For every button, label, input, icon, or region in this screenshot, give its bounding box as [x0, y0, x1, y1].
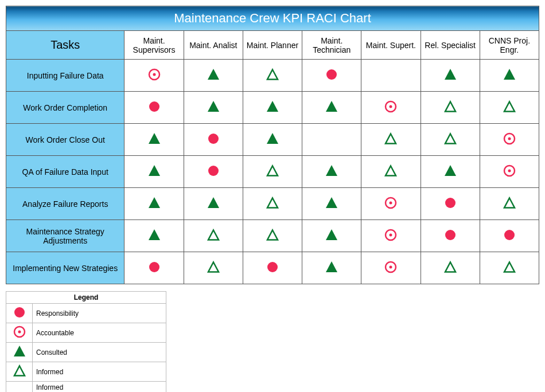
svg-point-16	[208, 134, 219, 144]
raci-c-icon	[184, 60, 243, 92]
svg-point-54	[14, 307, 25, 317]
raci-c-icon	[302, 92, 361, 124]
raci-c-icon	[124, 220, 184, 252]
svg-point-56	[18, 331, 21, 334]
raci-i-icon	[421, 92, 480, 124]
legend-label: Informed	[33, 362, 166, 382]
raci-c-icon	[184, 92, 243, 124]
role-header: Maint. Planner	[243, 31, 302, 60]
raci-c-icon	[421, 60, 480, 92]
svg-marker-47	[208, 262, 219, 272]
svg-marker-24	[267, 166, 278, 175]
svg-marker-5	[445, 69, 456, 80]
svg-marker-22	[149, 165, 160, 176]
raci-r-icon	[302, 60, 361, 92]
raci-empty	[302, 124, 361, 156]
svg-point-46	[149, 262, 159, 272]
legend-label: Consulted	[33, 343, 166, 362]
role-header: Maint. Supert.	[361, 31, 421, 60]
task-name: Work Order Close Out	[6, 124, 124, 156]
svg-marker-58	[14, 366, 25, 376]
svg-marker-52	[445, 262, 456, 272]
raci-c-icon	[302, 156, 361, 188]
svg-marker-30	[149, 197, 160, 208]
svg-point-48	[267, 262, 278, 272]
raci-i-icon	[480, 188, 539, 220]
legend-empty-icon	[6, 382, 33, 393]
tasks-header: Tasks	[6, 31, 124, 60]
svg-point-44	[445, 230, 456, 240]
svg-point-12	[390, 105, 392, 108]
raci-i-icon	[361, 156, 421, 188]
svg-point-21	[508, 137, 511, 140]
task-name: Analyze Failure Reports	[6, 188, 124, 220]
svg-marker-26	[386, 166, 396, 175]
legend-row: Consulted	[6, 343, 166, 362]
svg-marker-39	[208, 230, 219, 240]
raci-i-icon	[480, 252, 539, 284]
raci-i-icon	[184, 220, 243, 252]
raci-a-icon	[361, 188, 421, 220]
raci-empty	[361, 60, 421, 92]
raci-r-icon	[184, 124, 243, 156]
legend-r-icon	[6, 304, 33, 323]
raci-c-icon	[480, 60, 539, 92]
raci-r-icon	[184, 156, 243, 188]
chart-title: Maintenance Crew KPI RACI Chart	[6, 6, 539, 31]
task-row: Maintenance Strategy Adjustments	[6, 220, 539, 252]
svg-point-4	[326, 69, 337, 80]
raci-c-icon	[124, 156, 184, 188]
task-row: QA of Failure Data Input	[6, 156, 539, 188]
raci-a-icon	[361, 252, 421, 284]
task-row: Analyze Failure Reports	[6, 188, 539, 220]
svg-marker-57	[14, 346, 25, 356]
svg-point-1	[153, 73, 155, 76]
svg-marker-18	[386, 134, 396, 143]
legend-i-icon	[6, 362, 33, 382]
raci-c-icon	[243, 92, 302, 124]
raci-i-icon	[243, 156, 302, 188]
raci-chart-table: Maintenance Crew KPI RACI Chart Tasks Ma…	[6, 6, 539, 284]
raci-c-icon	[124, 124, 184, 156]
svg-marker-27	[445, 165, 456, 176]
legend-c-icon	[6, 343, 33, 362]
raci-r-icon	[243, 252, 302, 284]
svg-marker-41	[326, 229, 337, 240]
raci-i-icon	[361, 124, 421, 156]
role-header: Maint. Technician	[302, 31, 361, 60]
svg-marker-32	[267, 198, 278, 207]
raci-c-icon	[184, 188, 243, 220]
raci-i-icon	[243, 220, 302, 252]
svg-marker-14	[504, 101, 515, 111]
svg-marker-53	[504, 262, 515, 272]
legend-a-icon	[6, 323, 33, 343]
svg-point-43	[390, 233, 392, 236]
raci-a-icon	[361, 92, 421, 124]
svg-marker-40	[267, 230, 278, 240]
role-header: CNNS Proj. Engr.	[480, 31, 539, 60]
svg-marker-10	[326, 101, 337, 112]
svg-marker-49	[326, 261, 337, 272]
raci-c-icon	[124, 188, 184, 220]
legend-row: Accountable	[6, 323, 166, 343]
legend-label: Accountable	[33, 323, 166, 343]
raci-i-icon	[243, 188, 302, 220]
role-header: Maint. Supervisors	[124, 31, 184, 60]
raci-r-icon	[421, 220, 480, 252]
role-header: Rel. Specialist	[421, 31, 480, 60]
svg-point-51	[390, 265, 392, 268]
svg-marker-6	[504, 69, 515, 80]
svg-marker-15	[149, 133, 160, 144]
raci-i-icon	[421, 252, 480, 284]
svg-marker-25	[326, 165, 337, 176]
raci-a-icon	[480, 156, 539, 188]
raci-i-icon	[243, 60, 302, 92]
svg-point-35	[390, 201, 392, 204]
svg-marker-2	[208, 69, 219, 80]
raci-c-icon	[302, 188, 361, 220]
svg-point-45	[504, 230, 515, 240]
task-row: Work Order Close Out	[6, 124, 539, 156]
raci-r-icon	[124, 92, 184, 124]
svg-marker-8	[208, 101, 219, 112]
task-row: Work Order Completion	[6, 92, 539, 124]
